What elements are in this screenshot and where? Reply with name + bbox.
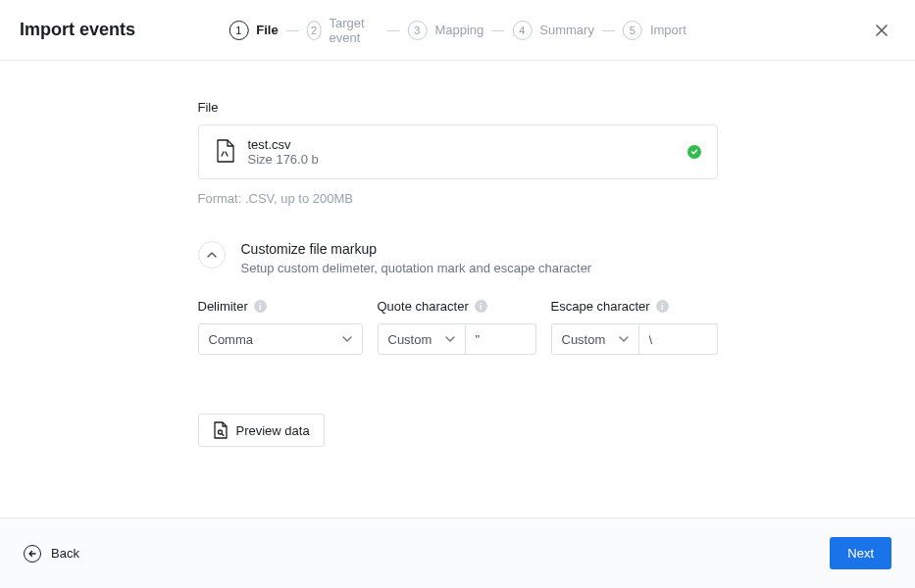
- file-info: test.csv Size 176.0 b: [248, 137, 674, 167]
- info-icon[interactable]: i: [254, 300, 267, 313]
- quote-select-row: Custom: [378, 323, 536, 355]
- step-summary[interactable]: 4 Summary: [512, 21, 594, 40]
- chevron-up-icon: [207, 252, 217, 258]
- customize-section: Customize file markup Setup custom delim…: [198, 241, 718, 275]
- back-arrow-icon: [24, 545, 41, 563]
- step-number: 2: [307, 21, 322, 40]
- controls-row: Delimiter i Comma Quote character i: [198, 299, 718, 355]
- step-target-event[interactable]: 2 Target event: [307, 16, 380, 45]
- back-label: Back: [51, 546, 79, 561]
- escape-select[interactable]: Custom: [551, 323, 639, 355]
- step-number: 1: [229, 21, 248, 40]
- file-size: Size 176.0 b: [248, 152, 674, 167]
- delimiter-label-text: Delimiter: [198, 299, 248, 314]
- step-label: Import: [650, 23, 686, 37]
- step-number: 4: [512, 21, 532, 40]
- delimiter-value: Comma: [209, 332, 254, 347]
- customize-title: Customize file markup: [241, 241, 592, 257]
- chevron-down-icon: [342, 336, 352, 342]
- escape-input[interactable]: [639, 323, 718, 355]
- escape-label: Escape character i: [551, 299, 718, 314]
- step-label: Mapping: [434, 23, 483, 37]
- delimiter-label: Delimiter i: [198, 299, 363, 314]
- step-import[interactable]: 5 Import: [623, 21, 686, 40]
- quote-group: Quote character i Custom: [378, 299, 536, 355]
- escape-select-value: Custom: [562, 332, 606, 347]
- quote-input[interactable]: [466, 323, 536, 355]
- quote-select[interactable]: Custom: [378, 323, 466, 355]
- chevron-down-icon: [445, 336, 455, 342]
- footer: Back Next: [0, 517, 915, 588]
- escape-label-text: Escape character: [551, 299, 650, 314]
- delimiter-select[interactable]: Comma: [198, 323, 363, 355]
- file-name: test.csv: [248, 137, 674, 152]
- preview-data-button[interactable]: Preview data: [198, 414, 325, 447]
- stepper: 1 File — 2 Target event — 3 Mapping — 4 …: [229, 16, 686, 45]
- step-number: 3: [407, 21, 427, 40]
- quote-select-value: Custom: [388, 332, 432, 347]
- step-separator: —: [491, 23, 504, 37]
- step-mapping[interactable]: 3 Mapping: [407, 21, 483, 40]
- page-title: Import events: [20, 20, 135, 40]
- file-section-label: File: [198, 100, 718, 115]
- info-icon[interactable]: i: [656, 300, 669, 313]
- back-button[interactable]: Back: [24, 545, 79, 563]
- customize-description: Setup custom delimeter, quotation mark a…: [241, 261, 592, 275]
- success-badge: [687, 145, 701, 159]
- escape-group: Escape character i Custom: [551, 299, 718, 355]
- step-label: Summary: [539, 23, 594, 37]
- step-separator: —: [602, 23, 615, 37]
- collapse-button[interactable]: [198, 241, 226, 269]
- close-button[interactable]: [868, 17, 895, 44]
- step-label: File: [256, 23, 278, 37]
- content-inner: File test.csv Size 176.0 b Format: .CSV,…: [198, 100, 718, 447]
- delimiter-select-row: Comma: [198, 323, 363, 355]
- quote-label: Quote character i: [378, 299, 536, 314]
- step-separator: —: [286, 23, 299, 37]
- quote-label-text: Quote character: [378, 299, 469, 314]
- format-hint: Format: .CSV, up to 200MB: [198, 191, 718, 206]
- next-button[interactable]: Next: [830, 537, 891, 569]
- content: File test.csv Size 176.0 b Format: .CSV,…: [0, 61, 915, 447]
- file-card[interactable]: test.csv Size 176.0 b: [198, 124, 718, 179]
- delimiter-group: Delimiter i Comma: [198, 299, 363, 355]
- preview-icon: [213, 421, 229, 439]
- preview-label: Preview data: [236, 423, 310, 438]
- customize-header-text: Customize file markup Setup custom delim…: [241, 241, 592, 275]
- escape-select-row: Custom: [551, 323, 718, 355]
- step-label: Target event: [329, 16, 379, 45]
- file-icon: [215, 139, 234, 166]
- step-number: 5: [623, 21, 642, 40]
- close-icon: [875, 24, 889, 37]
- check-icon: [690, 148, 698, 156]
- info-icon[interactable]: i: [475, 300, 487, 313]
- step-separator: —: [386, 23, 399, 37]
- chevron-down-icon: [619, 336, 629, 342]
- step-file[interactable]: 1 File: [229, 21, 278, 40]
- header: Import events 1 File — 2 Target event — …: [0, 0, 915, 61]
